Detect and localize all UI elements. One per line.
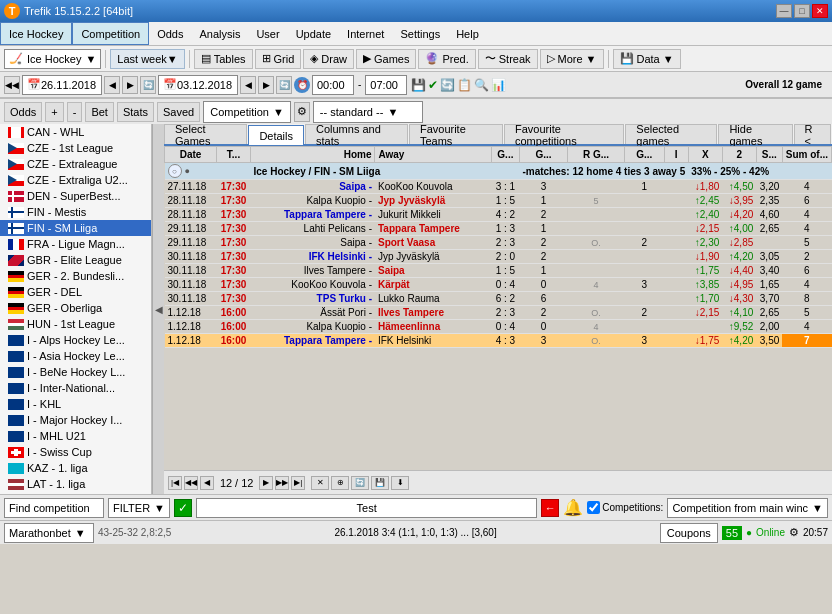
page-next-btn[interactable]: ▶ (259, 476, 273, 490)
check-icon[interactable]: ✔ (428, 78, 438, 92)
sidebar-item-khl[interactable]: I - KHL (0, 396, 151, 412)
page-last-btn[interactable]: ▶| (291, 476, 305, 490)
tab-columns-stats[interactable]: Columns and stats (305, 124, 408, 144)
close-button[interactable]: ✕ (812, 4, 828, 18)
back-arrow-btn[interactable]: ← (541, 499, 559, 517)
section-expand-btn[interactable]: ○ (168, 164, 182, 178)
table-row[interactable]: 28.11.18 17:30 Kalpa Kuopio - Jyp Jyväsk… (165, 194, 832, 208)
date-nav-right2[interactable]: ▶ (258, 76, 274, 94)
table-row[interactable]: 30.11.18 17:30 TPS Turku - Lukko Rauma 6… (165, 292, 832, 306)
sidebar-item-swiss-cup[interactable]: I - Swiss Cup (0, 444, 151, 460)
sidebar-item-ger-ob[interactable]: GER - Oberliga (0, 300, 151, 316)
period-selector[interactable]: Last week ▼ (110, 49, 184, 69)
menu-internet[interactable]: Internet (339, 22, 392, 45)
page-action-2[interactable]: ⊕ (331, 476, 349, 490)
bell-icon[interactable]: 🔔 (563, 498, 583, 517)
sidebar-item-major[interactable]: I - Major Hockey I... (0, 412, 151, 428)
competitions-checkbox[interactable] (587, 501, 600, 514)
tab-r-less[interactable]: R < (794, 124, 831, 144)
bet-button[interactable]: Bet (85, 102, 114, 122)
table-row[interactable]: 1.12.18 16:00 Kalpa Kuopio - Hämeenlinna… (165, 320, 832, 334)
tables-button[interactable]: ▤ Tables (194, 49, 253, 69)
table-row[interactable]: 1.12.18 16:00 Tappara Tampere - IFK Hels… (165, 334, 832, 348)
tab-fav-teams[interactable]: Favourite Teams (409, 124, 503, 144)
sport-selector[interactable]: 🏒 Ice Hockey ▼ (4, 49, 101, 69)
section-expand-cell[interactable]: ○ ● (165, 163, 251, 180)
date-refresh2[interactable]: 🔄 (276, 76, 292, 94)
col-i-header[interactable]: I (664, 147, 688, 163)
sidebar-item-ger-2[interactable]: GER - 2. Bundesli... (0, 268, 151, 284)
page-prev-prev-btn[interactable]: ◀◀ (184, 476, 198, 490)
col-g2-header[interactable]: G... (519, 147, 567, 163)
data-button[interactable]: 💾 Data ▼ (613, 49, 681, 69)
sidebar-item-can-whl[interactable]: CAN - WHL (0, 124, 151, 140)
page-prev-btn[interactable]: ◀ (200, 476, 214, 490)
col-home-header[interactable]: Home (251, 147, 375, 163)
sidebar-item-alps[interactable]: I - Alps Hockey Le... (0, 332, 151, 348)
time-from-input[interactable]: 00:00 (312, 75, 354, 95)
col-x-header[interactable]: X (688, 147, 722, 163)
copy-icon[interactable]: 📋 (457, 78, 472, 92)
minimize-button[interactable]: — (776, 4, 792, 18)
search-icon[interactable]: 🔍 (474, 78, 489, 92)
filter-icon[interactable]: ⚙ (294, 102, 310, 122)
tab-fav-competitions[interactable]: Favourite competitions (504, 124, 624, 144)
games-button[interactable]: ▶ Games (356, 49, 416, 69)
coupons-button[interactable]: Coupons (660, 523, 718, 543)
sidebar-item-den[interactable]: DEN - SuperBest... (0, 188, 151, 204)
maximize-button[interactable]: □ (794, 4, 810, 18)
menu-competition[interactable]: Competition (72, 22, 149, 45)
more-button[interactable]: ▷ More ▼ (540, 49, 604, 69)
col-g3-header[interactable]: G... (624, 147, 664, 163)
filter-dropdown[interactable]: FILTER ▼ (108, 498, 170, 518)
col-away-header[interactable]: Away (375, 147, 491, 163)
refresh-icon[interactable]: 🔄 (440, 78, 455, 92)
sidebar-item-ger-del[interactable]: GER - DEL (0, 284, 151, 300)
sidebar-item-cze-1st[interactable]: CZE - 1st League (0, 140, 151, 156)
page-save-btn[interactable]: 💾 (371, 476, 389, 490)
menu-ice-hockey[interactable]: Ice Hockey (0, 22, 72, 45)
titlebar-controls[interactable]: — □ ✕ (776, 4, 828, 18)
page-refresh-btn[interactable]: 🔄 (351, 476, 369, 490)
sidebar-item-lat[interactable]: LAT - 1. liga (0, 476, 151, 492)
sidebar-item-cze-extral-u2[interactable]: CZE - Extraliga U2... (0, 172, 151, 188)
tab-selected-games[interactable]: Selected games (625, 124, 717, 144)
sidebar-item-inter-natl[interactable]: I - Inter-National... (0, 380, 151, 396)
col-g1-header[interactable]: G... (491, 147, 519, 163)
table-row[interactable]: 1.12.18 16:00 Ässät Pori - Ilves Tampere… (165, 306, 832, 320)
page-next-next-btn[interactable]: ▶▶ (275, 476, 289, 490)
col-date-header[interactable]: Date (165, 147, 217, 163)
grid-button[interactable]: ⊞ Grid (255, 49, 302, 69)
menu-odds[interactable]: Odds (149, 22, 191, 45)
stats-button[interactable]: Stats (117, 102, 154, 122)
streak-button[interactable]: 〜 Streak (478, 49, 538, 69)
sidebar-collapse-arrow[interactable]: ◀ (152, 124, 164, 494)
date-from-input[interactable]: 📅 26.11.2018 (22, 75, 102, 95)
menu-help[interactable]: Help (448, 22, 487, 45)
date-nav-left[interactable]: ◀ (104, 76, 120, 94)
sidebar-item-asia[interactable]: I - Asia Hockey Le... (0, 348, 151, 364)
competition-from-dropdown[interactable]: Competition from main winc ▼ (667, 498, 828, 518)
col-2-header[interactable]: 2 (722, 147, 756, 163)
odds-button[interactable]: Odds (4, 102, 42, 122)
chart-icon[interactable]: 📊 (491, 78, 506, 92)
table-row[interactable]: 27.11.18 17:30 Saipa - KooKoo Kouvola 3 … (165, 180, 832, 194)
col-rg-header[interactable]: R G... (568, 147, 625, 163)
sidebar-item-kaz[interactable]: KAZ - 1. liga (0, 460, 151, 476)
find-competition-input[interactable]: Find competition (4, 498, 104, 518)
tab-select-games[interactable]: Select Games (164, 124, 247, 144)
table-row[interactable]: 29.11.18 17:30 Saipa - Sport Vaasa 2 : 3… (165, 236, 832, 250)
sidebar-item-gbr[interactable]: GBR - Elite League (0, 252, 151, 268)
page-first-btn[interactable]: |◀ (168, 476, 182, 490)
date-to-input[interactable]: 📅 03.12.2018 (158, 75, 238, 95)
odds-plus-button[interactable]: + (45, 102, 63, 122)
draw-button[interactable]: ◈ Draw (303, 49, 354, 69)
pred-button[interactable]: 🔮 Pred. (418, 49, 475, 69)
table-row[interactable]: 28.11.18 17:30 Tappara Tampere - Jukurit… (165, 208, 832, 222)
page-action-1[interactable]: ✕ (311, 476, 329, 490)
menu-analysis[interactable]: Analysis (191, 22, 248, 45)
date-refresh[interactable]: 🔄 (140, 76, 156, 94)
col-time-header[interactable]: T... (217, 147, 251, 163)
sidebar-item-hun[interactable]: HUN - 1st League (0, 316, 151, 332)
sidebar-item-nor-2nd[interactable]: NOR - 2nd League (0, 492, 151, 494)
